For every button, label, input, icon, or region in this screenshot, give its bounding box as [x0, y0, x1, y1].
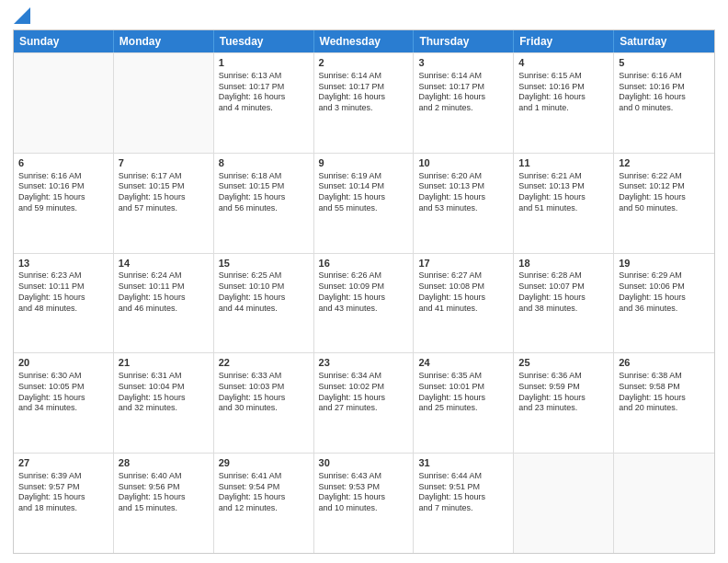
calendar-row-5: 27Sunrise: 6:39 AM Sunset: 9:57 PM Dayli… — [14, 453, 714, 553]
day-info: Sunrise: 6:28 AM Sunset: 10:07 PM Daylig… — [518, 270, 609, 314]
day-number: 13 — [18, 257, 108, 270]
svg-marker-0 — [14, 7, 30, 24]
day-info: Sunrise: 6:23 AM Sunset: 10:11 PM Daylig… — [18, 270, 108, 314]
day-info: Sunrise: 6:33 AM Sunset: 10:03 PM Daylig… — [219, 371, 309, 414]
day-info: Sunrise: 6:43 AM Sunset: 9:53 PM Dayligh… — [319, 471, 409, 514]
table-row: 4Sunrise: 6:15 AM Sunset: 10:16 PM Dayli… — [514, 53, 614, 153]
day-info: Sunrise: 6:39 AM Sunset: 9:57 PM Dayligh… — [18, 471, 108, 514]
table-row: 26Sunrise: 6:38 AM Sunset: 9:58 PM Dayli… — [614, 353, 714, 453]
day-info: Sunrise: 6:31 AM Sunset: 10:04 PM Daylig… — [119, 371, 209, 414]
header — [13, 9, 715, 24]
day-number: 4 — [518, 56, 609, 70]
logo-icon — [14, 7, 30, 24]
header-sunday: Sunday — [14, 30, 114, 52]
day-number: 23 — [319, 356, 409, 370]
day-info: Sunrise: 6:38 AM Sunset: 9:58 PM Dayligh… — [619, 371, 710, 414]
table-row: 15Sunrise: 6:25 AM Sunset: 10:10 PM Dayl… — [214, 254, 314, 353]
table-row: 1Sunrise: 6:13 AM Sunset: 10:17 PM Dayli… — [214, 53, 314, 153]
table-row: 23Sunrise: 6:34 AM Sunset: 10:02 PM Dayl… — [314, 353, 415, 453]
calendar: Sunday Monday Tuesday Wednesday Thursday… — [13, 29, 715, 554]
day-info: Sunrise: 6:36 AM Sunset: 9:59 PM Dayligh… — [518, 371, 609, 414]
table-row: 18Sunrise: 6:28 AM Sunset: 10:07 PM Dayl… — [514, 254, 614, 353]
day-number: 22 — [219, 356, 309, 370]
day-number: 28 — [119, 456, 209, 470]
table-row: 13Sunrise: 6:23 AM Sunset: 10:11 PM Dayl… — [14, 254, 114, 353]
table-row: 2Sunrise: 6:14 AM Sunset: 10:17 PM Dayli… — [314, 53, 415, 153]
day-number: 10 — [418, 156, 508, 170]
day-number: 9 — [319, 156, 409, 170]
day-number: 18 — [518, 257, 609, 270]
day-info: Sunrise: 6:44 AM Sunset: 9:51 PM Dayligh… — [418, 471, 508, 514]
header-saturday: Saturday — [614, 30, 714, 52]
table-row: 25Sunrise: 6:36 AM Sunset: 9:59 PM Dayli… — [514, 353, 614, 453]
day-info: Sunrise: 6:19 AM Sunset: 10:14 PM Daylig… — [319, 171, 409, 214]
day-number: 30 — [319, 456, 409, 470]
day-number: 3 — [418, 56, 508, 70]
day-info: Sunrise: 6:16 AM Sunset: 10:16 PM Daylig… — [18, 171, 108, 214]
day-number: 8 — [219, 156, 309, 170]
table-row: 6Sunrise: 6:16 AM Sunset: 10:16 PM Dayli… — [14, 154, 114, 253]
table-row: 10Sunrise: 6:20 AM Sunset: 10:13 PM Dayl… — [414, 154, 514, 253]
day-number: 1 — [219, 56, 309, 70]
logo — [13, 9, 30, 24]
day-info: Sunrise: 6:29 AM Sunset: 10:06 PM Daylig… — [619, 270, 710, 314]
table-row — [614, 454, 714, 553]
day-number: 27 — [18, 456, 108, 470]
day-number: 17 — [418, 257, 508, 270]
table-row: 17Sunrise: 6:27 AM Sunset: 10:08 PM Dayl… — [414, 254, 514, 353]
day-info: Sunrise: 6:41 AM Sunset: 9:54 PM Dayligh… — [219, 471, 309, 514]
day-info: Sunrise: 6:15 AM Sunset: 10:16 PM Daylig… — [518, 71, 609, 114]
day-number: 26 — [619, 356, 710, 370]
day-number: 25 — [518, 356, 609, 370]
day-number: 19 — [619, 257, 710, 270]
day-info: Sunrise: 6:18 AM Sunset: 10:15 PM Daylig… — [219, 171, 309, 214]
header-friday: Friday — [514, 30, 614, 52]
table-row: 12Sunrise: 6:22 AM Sunset: 10:12 PM Dayl… — [614, 154, 714, 253]
calendar-row-4: 20Sunrise: 6:30 AM Sunset: 10:05 PM Dayl… — [14, 352, 714, 453]
calendar-row-2: 6Sunrise: 6:16 AM Sunset: 10:16 PM Dayli… — [14, 153, 714, 253]
day-number: 11 — [518, 156, 609, 170]
day-info: Sunrise: 6:14 AM Sunset: 10:17 PM Daylig… — [418, 71, 508, 114]
table-row: 22Sunrise: 6:33 AM Sunset: 10:03 PM Dayl… — [214, 353, 314, 453]
table-row: 3Sunrise: 6:14 AM Sunset: 10:17 PM Dayli… — [414, 53, 514, 153]
table-row: 21Sunrise: 6:31 AM Sunset: 10:04 PM Dayl… — [114, 353, 214, 453]
table-row: 28Sunrise: 6:40 AM Sunset: 9:56 PM Dayli… — [114, 454, 214, 553]
day-info: Sunrise: 6:17 AM Sunset: 10:15 PM Daylig… — [119, 171, 209, 214]
day-number: 31 — [418, 456, 508, 470]
table-row: 20Sunrise: 6:30 AM Sunset: 10:05 PM Dayl… — [14, 353, 114, 453]
day-info: Sunrise: 6:22 AM Sunset: 10:12 PM Daylig… — [619, 171, 710, 214]
day-info: Sunrise: 6:34 AM Sunset: 10:02 PM Daylig… — [319, 371, 409, 414]
table-row: 19Sunrise: 6:29 AM Sunset: 10:06 PM Dayl… — [614, 254, 714, 353]
day-info: Sunrise: 6:13 AM Sunset: 10:17 PM Daylig… — [219, 71, 309, 114]
day-info: Sunrise: 6:30 AM Sunset: 10:05 PM Daylig… — [18, 371, 108, 414]
table-row: 30Sunrise: 6:43 AM Sunset: 9:53 PM Dayli… — [314, 454, 415, 553]
day-number: 5 — [619, 56, 710, 70]
table-row: 29Sunrise: 6:41 AM Sunset: 9:54 PM Dayli… — [214, 454, 314, 553]
day-number: 6 — [18, 156, 108, 170]
day-number: 2 — [319, 56, 409, 70]
table-row: 9Sunrise: 6:19 AM Sunset: 10:14 PM Dayli… — [314, 154, 415, 253]
day-number: 7 — [119, 156, 209, 170]
header-thursday: Thursday — [414, 30, 514, 52]
table-row: 8Sunrise: 6:18 AM Sunset: 10:15 PM Dayli… — [214, 154, 314, 253]
table-row: 7Sunrise: 6:17 AM Sunset: 10:15 PM Dayli… — [114, 154, 214, 253]
day-info: Sunrise: 6:21 AM Sunset: 10:13 PM Daylig… — [518, 171, 609, 214]
header-monday: Monday — [114, 30, 214, 52]
calendar-row-1: 1Sunrise: 6:13 AM Sunset: 10:17 PM Dayli… — [14, 52, 714, 153]
header-wednesday: Wednesday — [314, 30, 415, 52]
header-tuesday: Tuesday — [214, 30, 314, 52]
day-info: Sunrise: 6:27 AM Sunset: 10:08 PM Daylig… — [418, 270, 508, 314]
day-number: 24 — [418, 356, 508, 370]
calendar-row-3: 13Sunrise: 6:23 AM Sunset: 10:11 PM Dayl… — [14, 253, 714, 353]
table-row: 5Sunrise: 6:16 AM Sunset: 10:16 PM Dayli… — [614, 53, 714, 153]
day-number: 15 — [219, 257, 309, 270]
table-row — [114, 53, 214, 153]
table-row: 16Sunrise: 6:26 AM Sunset: 10:09 PM Dayl… — [314, 254, 415, 353]
day-info: Sunrise: 6:24 AM Sunset: 10:11 PM Daylig… — [119, 270, 209, 314]
table-row: 27Sunrise: 6:39 AM Sunset: 9:57 PM Dayli… — [14, 454, 114, 553]
day-info: Sunrise: 6:20 AM Sunset: 10:13 PM Daylig… — [418, 171, 508, 214]
calendar-body: 1Sunrise: 6:13 AM Sunset: 10:17 PM Dayli… — [14, 52, 714, 553]
table-row — [14, 53, 114, 153]
day-number: 29 — [219, 456, 309, 470]
day-number: 20 — [18, 356, 108, 370]
